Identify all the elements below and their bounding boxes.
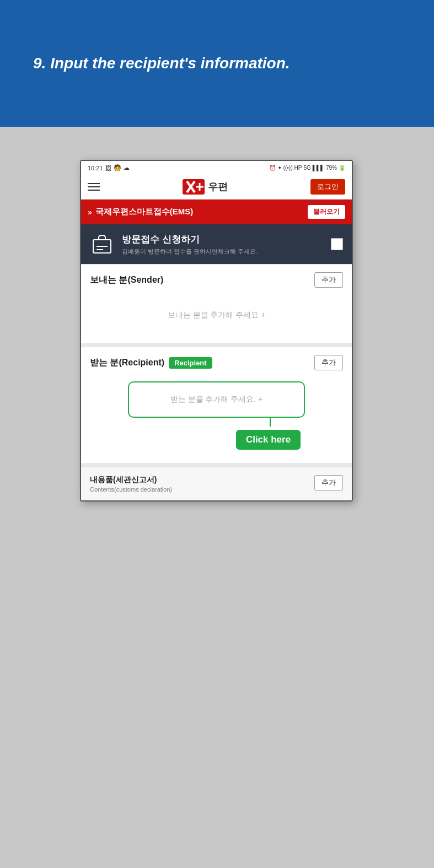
sender-body: 보내는 분을 추가해 주세요 + <box>81 293 352 343</box>
nav-bar: 우편 로그인 <box>81 175 352 200</box>
logo-text: 우편 <box>208 180 228 193</box>
sender-add-button[interactable]: 추가 <box>314 272 343 288</box>
time-display: 10:21 <box>88 165 103 171</box>
recipient-label: 받는 분(Recipient) Recipient <box>90 357 212 369</box>
status-bar: 10:21 🖼 🧑 ☁ ⏰ ✦ ((•)) HP 5G ▌▌▌ 79% 🔋 <box>81 161 352 175</box>
wifi-icon: ((•)) <box>283 165 293 171</box>
bluetooth-icon: ✦ <box>277 165 282 171</box>
customs-section: 내용품(세관신고서) Contents(customs declaration)… <box>81 463 352 500</box>
hp-label: HP <box>294 165 302 171</box>
battery-icon: 🔋 <box>339 165 345 171</box>
status-right: ⏰ ✦ ((•)) HP 5G ▌▌▌ 79% 🔋 <box>269 165 345 171</box>
sender-placeholder: 보내는 분을 추가해 주세요 + <box>168 310 266 320</box>
post-logo-icon <box>183 179 205 195</box>
header-section: 9. Input the recipient's information. <box>0 0 434 127</box>
card-title: 방문접수 신청하기 <box>122 233 323 246</box>
customs-sublabel: Contents(customs declaration) <box>90 486 172 493</box>
camera-icon: 🖼 <box>105 165 111 171</box>
sender-label: 보내는 분(Sender) <box>90 274 163 286</box>
customs-text: 내용품(세관신고서) Contents(customs declaration) <box>90 475 172 493</box>
status-left: 10:21 🖼 🧑 ☁ <box>88 164 130 171</box>
recipient-add-box[interactable]: 받는 분을 추가해 주세요. + <box>128 381 305 418</box>
pickup-icon <box>90 232 114 256</box>
banner-title: » 국제우편스마트접수(EMS) <box>88 207 193 217</box>
recipient-badge: Recipient <box>169 357 212 369</box>
click-here-area: Click here <box>128 418 305 450</box>
sender-header: 보내는 분(Sender) 추가 <box>81 265 352 293</box>
person-icon: 🧑 <box>114 164 121 171</box>
login-button[interactable]: 로그인 <box>310 179 345 195</box>
alarm-icon: ⏰ <box>269 165 276 171</box>
sender-section: 보내는 분(Sender) 추가 보내는 분을 추가해 주세요 + <box>81 264 352 343</box>
phone-mockup: 10:21 🖼 🧑 ☁ ⏰ ✦ ((•)) HP 5G ▌▌▌ 79% 🔋 <box>80 160 353 502</box>
call-button[interactable]: 불러오기 <box>308 205 345 219</box>
cloud-icon: ☁ <box>124 164 130 171</box>
red-banner: » 국제우편스마트접수(EMS) 불러오기 <box>81 200 352 224</box>
visit-pickup-card: 방문접수 신청하기 김배원이 방문하여 접수를 원하시면체크해 주세요. <box>81 224 352 264</box>
chevron-right-icon: » <box>88 208 92 217</box>
signal-icon: ▌▌▌ <box>313 165 324 171</box>
click-here-button[interactable]: Click here <box>236 430 301 450</box>
5g-label: 5G <box>303 165 310 171</box>
battery-display: 79% <box>326 165 337 171</box>
logo-area: 우편 <box>183 179 228 195</box>
recipient-placeholder: 받는 분을 추가해 주세요. + <box>170 395 263 403</box>
customs-add-button[interactable]: 추가 <box>314 475 343 490</box>
customs-label: 내용품(세관신고서) <box>90 475 172 485</box>
hamburger-menu[interactable] <box>88 183 100 191</box>
step-title: 9. Input the recipient's information. <box>33 55 290 72</box>
recipient-header: 받는 분(Recipient) Recipient 추가 <box>81 347 352 376</box>
recipient-section: 받는 분(Recipient) Recipient 추가 받는 분을 추가해 주… <box>81 343 352 463</box>
recipient-add-button[interactable]: 추가 <box>314 355 343 370</box>
pickup-checkbox[interactable] <box>331 238 343 250</box>
card-text: 방문접수 신청하기 김배원이 방문하여 접수를 원하시면체크해 주세요. <box>122 233 323 256</box>
recipient-body: 받는 분을 추가해 주세요. + Click here <box>81 376 352 463</box>
card-subtitle: 김배원이 방문하여 접수를 원하시면체크해 주세요. <box>122 247 323 256</box>
connector-line <box>270 418 271 427</box>
